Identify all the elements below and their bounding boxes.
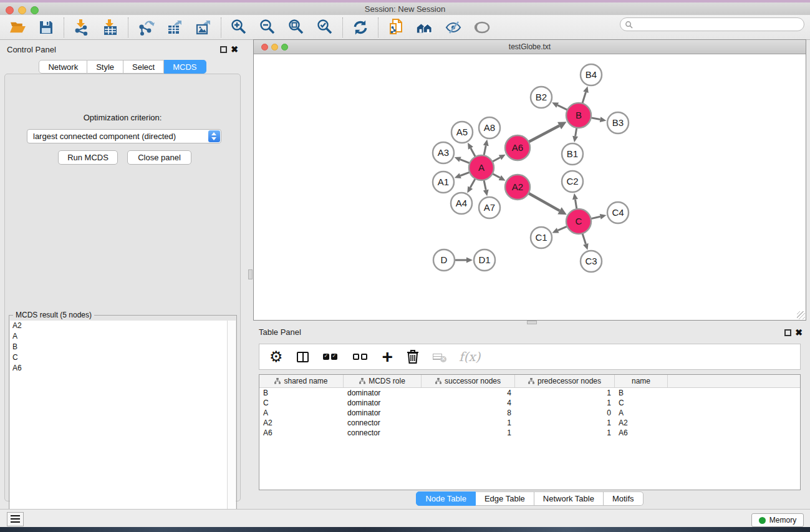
new-network-from-selection-icon[interactable] [387,19,405,36]
graph-node-B1[interactable]: B1 [562,143,583,165]
export-table-icon[interactable] [166,19,183,36]
graph-node-B3[interactable]: B3 [607,112,629,133]
node-label: B [576,110,582,120]
table-cell: 1 [422,428,515,438]
graph-node-A2[interactable]: A2 [505,175,530,200]
tab-mcds[interactable]: MCDS [164,60,206,74]
mcds-result-list[interactable]: A2ABCA6 [10,321,228,528]
graph-node-C1[interactable]: C1 [531,227,552,248]
graph-node-A5[interactable]: A5 [451,122,473,143]
export-image-icon[interactable] [195,19,212,36]
column-header-name[interactable]: name [615,375,668,387]
edge-arrowhead [600,214,607,220]
graph-node-C3[interactable]: C3 [581,251,602,272]
tab-motifs[interactable]: Motifs [604,491,644,506]
session-title: Session: New Session [0,4,810,14]
table-settings-gear-icon[interactable]: ⚙ [269,347,283,366]
task-history-button[interactable] [7,512,24,526]
table-cell: B [615,388,668,398]
import-table-icon[interactable] [102,19,119,36]
edge-A6-B[interactable] [528,125,559,142]
graph-node-D1[interactable]: D1 [474,249,495,271]
table-row[interactable]: Bdominator41B [259,388,800,398]
tab-style[interactable]: Style [87,60,123,74]
tab-node-table[interactable]: Node Table [416,491,476,506]
mcds-result-item[interactable]: B [10,342,228,352]
graph-node-B2[interactable]: B2 [531,87,552,108]
node-label: A4 [456,198,467,208]
table-cell: 1 [515,418,615,428]
mcds-result-item[interactable]: C [10,352,228,363]
import-network-icon[interactable] [73,19,90,36]
zoom-in-icon[interactable] [230,19,248,36]
graph-node-C4[interactable]: C4 [607,202,629,223]
table-row[interactable]: Adominator80A [259,408,800,418]
column-header-predecessor-nodes[interactable]: predecessor nodes [515,375,615,387]
graph-node-A[interactable]: A [469,155,494,180]
node-label: C [576,216,582,226]
mcds-result-item[interactable]: A [10,331,228,342]
attribute-tree-icon [359,378,365,384]
window-resize-grip[interactable] [797,311,805,319]
mcds-result-scrollbar[interactable] [227,321,236,528]
network-window-titlebar[interactable]: testGlobe.txt [254,40,806,54]
mcds-result-item[interactable]: A2 [10,321,228,331]
search-box[interactable] [620,17,804,31]
graph-node-B[interactable]: B [566,103,591,128]
first-neighbors-icon[interactable] [416,19,433,36]
add-column-icon[interactable]: + [382,347,393,366]
network-canvas[interactable]: B4B2BB3A8A5A6A3B1AC2A1A2A4A7C4CC1DD1C3 [254,54,806,320]
column-header-MCDS-role[interactable]: MCDS role [344,375,422,387]
zoom-selected-icon[interactable] [316,19,334,36]
open-file-icon[interactable] [9,19,26,36]
graph-node-A4[interactable]: A4 [451,193,472,214]
close-panel-button[interactable]: Close panel [127,150,191,165]
graph-node-B4[interactable]: B4 [581,64,602,85]
tab-edge-table[interactable]: Edge Table [476,491,534,506]
table-row[interactable]: A2connector11A2 [259,418,800,428]
zoom-fit-icon[interactable] [287,19,305,36]
table-cell: 8 [422,408,515,418]
graph-node-C[interactable]: C [566,209,591,234]
run-mcds-button[interactable]: Run MCDS [58,150,118,165]
edge-A2-C[interactable] [528,193,560,211]
export-network-icon[interactable] [137,19,155,36]
node-label: A5 [456,127,468,137]
show-all-icon[interactable] [473,19,491,36]
search-input[interactable] [633,20,804,29]
zoom-out-icon[interactable] [259,19,276,36]
deselect-all-rows-icon[interactable] [352,347,369,366]
hide-selected-icon[interactable] [445,19,462,36]
graph-node-D[interactable]: D [433,249,455,271]
memory-button[interactable]: Memory [751,513,804,527]
graph-node-A7[interactable]: A7 [479,197,500,218]
table-row[interactable]: Cdominator41C [259,398,800,408]
tab-select[interactable]: Select [123,60,164,74]
apply-layout-icon[interactable] [352,19,369,36]
control-panel-close-icon[interactable]: ✖ [231,44,238,54]
graph-node-A8[interactable]: A8 [479,117,500,138]
network-graph[interactable]: B4B2BB3A8A5A6A3B1AC2A1A2A4A7C4CC1DD1C3 [254,54,806,320]
table-panel-close-icon[interactable]: ✖ [795,327,803,337]
tab-network-table[interactable]: Network Table [534,491,604,506]
show-columns-icon[interactable] [297,347,309,366]
control-panel-float-icon[interactable] [220,46,227,53]
splitter-handle-left[interactable] [248,269,253,279]
delete-trash-icon[interactable] [407,347,419,366]
tab-network[interactable]: Network [39,60,87,74]
graph-node-A3[interactable]: A3 [433,142,454,163]
graph-node-C2[interactable]: C2 [562,171,583,192]
table-row[interactable]: A6connector11A6 [259,428,800,438]
column-header-successor-nodes[interactable]: successor nodes [422,375,515,387]
mcds-result-item[interactable]: A6 [10,363,228,374]
select-all-rows-icon[interactable] [322,347,339,366]
table-panel-float-icon[interactable] [784,329,791,336]
node-table[interactable]: shared nameMCDS rolesuccessor nodesprede… [259,374,801,490]
node-label: C3 [585,256,597,266]
table-cell: connector [344,428,422,438]
graph-node-A6[interactable]: A6 [505,135,530,160]
graph-node-A1[interactable]: A1 [433,172,454,193]
criterion-select[interactable]: largest connected component (directed) [27,129,221,143]
save-session-icon[interactable] [37,19,55,36]
column-header-shared-name[interactable]: shared name [259,375,344,387]
